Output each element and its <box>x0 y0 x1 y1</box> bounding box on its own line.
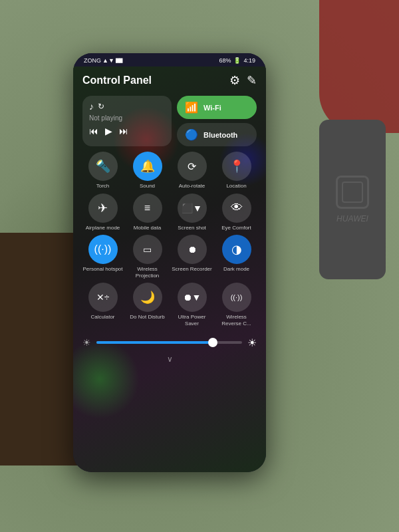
next-button[interactable]: ⏭ <box>119 126 128 136</box>
notch <box>150 53 190 63</box>
brightness-fill <box>96 341 213 344</box>
screen-rec-label: Screen Recorder <box>172 266 211 273</box>
hotspot-circle: ((·)) <box>88 235 118 264</box>
brightness-track[interactable] <box>96 341 242 344</box>
wifi-bt-column: 📶 Wi-Fi 🔵 Bluetooth <box>177 96 257 146</box>
toggles-row-3: ((·)) Personal hotspot ▭ Wireless Projec… <box>82 235 257 279</box>
control-panel-screen: Control Panel ⚙ ✎ ♪ ↻ Not playing ⏮ ▶ ⏭ <box>73 66 266 472</box>
auto-rotate-label: Auto-rotate <box>179 183 205 190</box>
airplane-toggle[interactable]: ✈ Airplane mode <box>82 194 123 231</box>
huawei-camera-cutout <box>336 176 369 209</box>
status-right: 68% 🔋 4:19 <box>219 57 255 64</box>
sound-toggle[interactable]: 🔔 Sound <box>127 152 168 190</box>
mobile-data-circle: ≡ <box>133 194 162 223</box>
prev-button[interactable]: ⏮ <box>89 126 98 136</box>
red-fabric <box>319 0 399 133</box>
not-playing-text: Not playing <box>89 114 165 122</box>
header-icons: ⚙ ✎ <box>229 73 257 88</box>
eye-comfort-toggle[interactable]: 👁 Eye Comfort <box>216 194 257 231</box>
auto-rotate-circle: ⟳ <box>178 152 207 181</box>
music-card: ♪ ↻ Not playing ⏮ ▶ ⏭ <box>82 96 172 146</box>
bluetooth-toggle[interactable]: 🔵 Bluetooth <box>177 123 257 146</box>
location-circle: 📍 <box>222 152 251 181</box>
sound-circle: 🔔 <box>133 152 162 181</box>
mobile-data-toggle[interactable]: ≡ Mobile data <box>127 194 168 231</box>
time-text: 4:19 <box>243 57 255 64</box>
wifi-toggle[interactable]: 📶 Wi-Fi <box>177 96 257 119</box>
eye-comfort-circle: 👁 <box>222 194 251 223</box>
ultra-power-circle: ⏺▼ <box>178 283 207 312</box>
mobile-data-label: Mobile data <box>134 225 161 231</box>
toggles-row-4: ✕÷ Calculator 🌙 Do Not Disturb ⏺▼ Ultra … <box>82 283 257 327</box>
torch-label: Torch <box>96 183 110 190</box>
home-indicator: ∨ <box>82 349 257 366</box>
huawei-case: HUAWEI <box>319 120 386 279</box>
toggles-row-1: 🔦 Torch 🔔 Sound ⟳ Auto-rotate 📍 Location <box>82 152 257 190</box>
music-controls: ⏮ ▶ ⏭ <box>89 126 165 136</box>
toggles-section: 🔦 Torch 🔔 Sound ⟳ Auto-rotate 📍 Location <box>82 152 257 331</box>
location-toggle[interactable]: 📍 Location <box>216 152 257 190</box>
ultra-power-toggle[interactable]: ⏺▼ Ultra Power Saver <box>172 283 212 327</box>
control-panel-header: Control Panel ⚙ ✎ <box>82 73 257 88</box>
wireless-rev-toggle[interactable]: ((·)) Wireless Reverse C... <box>216 283 257 327</box>
battery-icon: 🔋 <box>233 57 241 64</box>
hotspot-toggle[interactable]: ((·)) Personal hotspot <box>82 235 123 279</box>
bluetooth-icon: 🔵 <box>185 128 198 141</box>
calculator-label: Calculator <box>90 314 114 321</box>
screen-rec-toggle[interactable]: ⏺ Screen Recorder <box>172 235 212 279</box>
dark-mode-circle: ◑ <box>222 235 251 264</box>
toggles-row-2: ✈ Airplane mode ≡ Mobile data ⬛▼ Screen … <box>82 194 257 231</box>
dark-mode-toggle[interactable]: ◑ Dark mode <box>216 235 257 279</box>
dnd-toggle[interactable]: 🌙 Do Not Disturb <box>127 283 168 327</box>
wireless-proj-label: Wireless Projection <box>127 266 168 279</box>
airplane-label: Airplane mode <box>86 225 120 231</box>
battery-text: 68% <box>219 57 231 64</box>
signal-icon: ▲▼ <box>102 57 114 64</box>
screenshot-circle: ⬛▼ <box>178 194 207 223</box>
wifi-icon: 📶 <box>185 101 198 114</box>
dark-mode-label: Dark mode <box>223 266 249 273</box>
location-label: Location <box>226 183 246 190</box>
auto-rotate-toggle[interactable]: ⟳ Auto-rotate <box>172 152 212 190</box>
huawei-logo: HUAWEI <box>336 214 368 223</box>
wireless-proj-circle: ▭ <box>133 235 162 264</box>
calculator-circle: ✕÷ <box>88 283 118 312</box>
edit-icon[interactable]: ✎ <box>247 73 257 88</box>
wifi-label: Wi-Fi <box>203 104 221 112</box>
music-top: ♪ ↻ <box>89 101 165 112</box>
dnd-circle: 🌙 <box>133 283 162 312</box>
play-button[interactable]: ▶ <box>105 126 112 136</box>
phone: ZONG ▲▼ ▇▇ 68% 🔋 4:19 Control Panel ⚙ ✎ <box>73 53 266 472</box>
calculator-toggle[interactable]: ✕÷ Calculator <box>82 283 123 327</box>
brightness-low-icon: ☀ <box>82 337 91 348</box>
settings-icon[interactable]: ⚙ <box>229 73 240 88</box>
screenshot-label: Screen shot <box>178 225 206 231</box>
bluetooth-label: Bluetooth <box>203 131 237 139</box>
hotspot-label: Personal hotspot <box>82 266 122 273</box>
screen-rec-circle: ⏺ <box>178 235 207 264</box>
eye-comfort-label: Eye Comfort <box>221 225 251 231</box>
ultra-power-label: Ultra Power Saver <box>172 314 212 327</box>
wireless-proj-toggle[interactable]: ▭ Wireless Projection <box>127 235 168 279</box>
music-spin-icon: ↻ <box>98 102 104 111</box>
music-note-icon: ♪ <box>89 101 94 112</box>
control-panel-title: Control Panel <box>82 74 152 86</box>
top-row: ♪ ↻ Not playing ⏮ ▶ ⏭ 📶 Wi-Fi 🔵 Bl <box>82 96 257 146</box>
brightness-row: ☀ ☀ <box>82 336 257 349</box>
wireless-rev-label: Wireless Reverse C... <box>216 314 257 327</box>
sound-label: Sound <box>140 183 155 190</box>
status-left: ZONG ▲▼ ▇▇ <box>84 57 122 64</box>
brightness-thumb <box>208 338 217 347</box>
extra-info: ▇▇ <box>116 58 122 63</box>
airplane-circle: ✈ <box>88 194 118 223</box>
torch-toggle[interactable]: 🔦 Torch <box>82 152 123 190</box>
carrier-text: ZONG <box>84 57 101 64</box>
brightness-high-icon: ☀ <box>247 336 257 349</box>
torch-circle: 🔦 <box>88 152 118 181</box>
screenshot-toggle[interactable]: ⬛▼ Screen shot <box>172 194 212 231</box>
wireless-rev-circle: ((·)) <box>222 283 251 312</box>
home-chevron-icon: ∨ <box>167 354 173 364</box>
dnd-label: Do Not Disturb <box>130 314 164 321</box>
